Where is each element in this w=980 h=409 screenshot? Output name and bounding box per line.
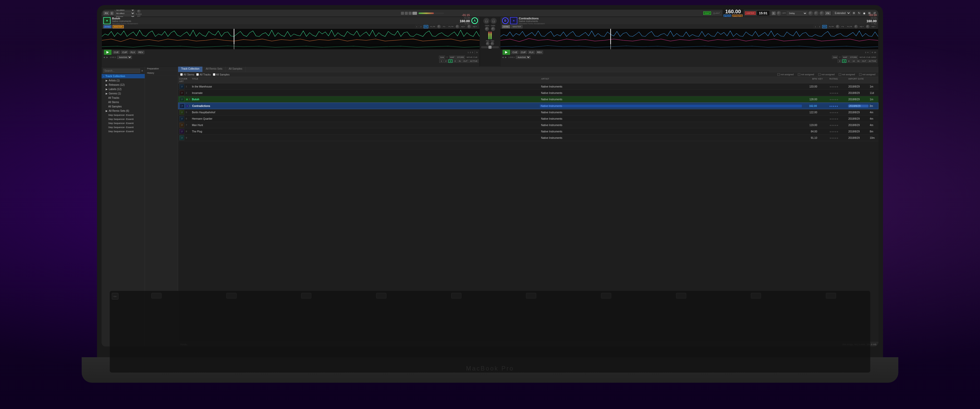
loop-8-a-btn[interactable]: 8 — [453, 59, 457, 63]
col-header-key[interactable]: KEY — [818, 78, 829, 83]
cup-b-btn[interactable]: CUP — [520, 51, 527, 54]
loop-1-a[interactable]: 1 — [439, 59, 443, 63]
version-select[interactable]: Extended — [833, 11, 851, 15]
tab-samples[interactable]: All Samples — [226, 67, 245, 72]
cue-a-btn[interactable]: CUE — [113, 51, 120, 54]
loop-8-b-btn[interactable]: 8 — [847, 59, 851, 63]
flt-a-btn2[interactable]: 2 — [419, 25, 422, 28]
table-row[interactable]: 🎵 7 Man Hunt Native Instruments 119.00 ★… — [178, 122, 878, 128]
headphone-b-icon[interactable]: 🎧 — [490, 18, 496, 24]
na-check-2[interactable] — [798, 73, 800, 76]
table-row[interactable]: 🎵 9 Native Instruments 91.10 ★★★★★ — [178, 135, 878, 141]
play-a-btn[interactable] — [104, 50, 111, 55]
key-b-btn[interactable]: KEY — [859, 25, 865, 28]
b-knob-main[interactable] — [776, 11, 781, 16]
loop-in-b[interactable]: IN — [856, 59, 860, 63]
sidebar-item-step5[interactable]: Step Sequencer- Essenti — [102, 129, 145, 134]
sidebar-item-step2[interactable]: Step Sequencer- Essenti — [102, 117, 145, 121]
nav-prev-b[interactable]: ◀ — [501, 56, 504, 59]
sidebar-item-releases[interactable]: ▶ Releases (12) — [102, 83, 145, 87]
nav-prev-a[interactable]: ◀ — [103, 56, 105, 59]
prep-item-history[interactable]: History — [145, 71, 178, 75]
loop-out-a[interactable]: OUT — [462, 59, 469, 63]
delete-grid-a[interactable]: 🗑 — [446, 56, 448, 59]
col-header-title[interactable]: TITLE — [192, 78, 540, 83]
fltr-b-knob2[interactable] — [854, 25, 858, 28]
table-row[interactable]: 🎵 5 Berlin Hauptbahnhof Native Instrumen… — [178, 109, 878, 116]
store-btn-b[interactable]: STORE — [849, 56, 858, 59]
sync-a-btn[interactable]: SYNC — [103, 25, 111, 28]
table-row[interactable]: 🎵 A 3 Butoh Native Instruments 128.00 — [178, 96, 878, 103]
flx-a-btn[interactable]: FLX — [129, 51, 136, 54]
autogrid-b-select[interactable]: AutoGrid — [516, 56, 531, 59]
effect-select-2[interactable]: No effect — [115, 12, 135, 15]
all-stems-checkbox[interactable] — [180, 73, 183, 76]
pan-b-knob[interactable] — [490, 42, 494, 45]
settings-icon[interactable]: ⚙ — [852, 11, 856, 15]
na-check-3[interactable] — [818, 73, 821, 76]
master-b-btn[interactable]: MASTER — [511, 25, 522, 28]
sidebar-item-step4[interactable]: Step Sequencer- Essenti — [102, 125, 145, 129]
map-btn-b[interactable]: MAP — [842, 56, 848, 59]
na-check-5[interactable] — [859, 73, 862, 76]
nav-next-b[interactable]: ▶ — [504, 56, 507, 59]
tab-track-collection[interactable]: Track Collection — [178, 67, 203, 72]
fltr-a-knob2[interactable] — [455, 25, 459, 28]
table-row[interactable]: 🎵 2 Incarnate Native Instruments ★★★★★ — [178, 90, 878, 96]
col-header-rating[interactable]: RATING — [829, 78, 847, 83]
key-a-knob[interactable] — [467, 25, 471, 28]
rate-knob[interactable] — [819, 11, 824, 16]
search-input[interactable] — [103, 68, 140, 73]
loop-4-a-btn[interactable]: 4 — [449, 59, 452, 63]
sidebar-item-step1[interactable]: Step Sequencer- Essenti — [102, 113, 145, 117]
sidebar-item-remix-sets[interactable]: ▶ All Remix Sets (6) — [102, 109, 145, 113]
volume-bar[interactable] — [418, 13, 444, 14]
loop-active-a[interactable]: ACTIVE — [469, 59, 479, 63]
sidebar-item-all-samples[interactable]: All Samples — [102, 104, 145, 109]
gain-b-knob[interactable] — [491, 27, 495, 31]
sidebar-item-labels[interactable]: ▶ Labels (12) — [102, 87, 145, 91]
fltr-a-knob[interactable] — [437, 25, 441, 28]
headphone-a-icon[interactable]: 🎧 — [484, 18, 490, 24]
next-btn[interactable] — [409, 12, 412, 15]
crossfader[interactable] — [481, 46, 499, 48]
snap-button[interactable]: SNAP — [703, 11, 711, 15]
b-effect-select[interactable]: Delay — [787, 11, 807, 15]
sidebar-item-track-collection[interactable]: ♪ Track Collection — [102, 74, 145, 78]
autogrid-a-select[interactable]: AutoGrid — [117, 56, 132, 59]
fx-b-btn[interactable]: FX — [822, 25, 827, 28]
fx-a-btn[interactable]: FX — [424, 25, 428, 28]
limiter-button[interactable]: LIMITER — [745, 11, 756, 15]
na-check-1[interactable] — [777, 73, 780, 76]
grid-btn-b[interactable]: Grid — [832, 56, 838, 59]
quant-button[interactable]: QUANT — [712, 11, 721, 15]
filter-knob[interactable] — [808, 11, 813, 16]
flx-b-btn[interactable]: FLX — [528, 51, 535, 54]
loop-out-b[interactable]: OUT — [861, 59, 867, 63]
search-icon[interactable]: ✕ — [141, 69, 143, 72]
nav-next-a[interactable]: ▶ — [106, 56, 108, 59]
na-check-4[interactable] — [838, 73, 841, 76]
play-b-btn[interactable] — [503, 50, 510, 55]
delete-grid-b[interactable]: 🗑 — [839, 56, 841, 59]
table-row[interactable]: 🎵 B 4 Contradictions Native Instruments … — [178, 103, 878, 109]
loop-16-b-btn[interactable]: 16 — [851, 59, 856, 63]
rev-b-btn[interactable]: REV — [536, 51, 543, 54]
grid-btn-a[interactable]: Grid — [439, 56, 445, 59]
all-tracks-checkbox[interactable] — [196, 73, 199, 76]
rev-a-btn[interactable]: REV — [137, 51, 145, 54]
gain-a-knob[interactable] — [485, 27, 489, 31]
fx-knob-1[interactable] — [137, 10, 141, 13]
fltr-b-knob[interactable] — [836, 25, 839, 28]
volume-icon[interactable] — [412, 12, 417, 15]
pan-a-knob[interactable] — [486, 42, 490, 45]
flt-a-btn[interactable]: 1 — [415, 25, 418, 28]
prep-item-preparation[interactable]: Preparation — [145, 67, 178, 71]
sidebar-item-genres[interactable]: ▶ Genres (1) — [102, 91, 145, 95]
sidebar-item-all-stems[interactable]: All Stems — [102, 100, 145, 104]
prev-btn[interactable] — [401, 12, 404, 15]
record-icon[interactable]: ⏺ — [862, 11, 866, 15]
cue-b-btn[interactable]: CUE — [511, 51, 519, 54]
loop-2-a-btn[interactable]: 2 — [444, 59, 448, 63]
table-row[interactable]: 🎵 6 Hermann Quartier Native Instruments … — [178, 116, 878, 122]
